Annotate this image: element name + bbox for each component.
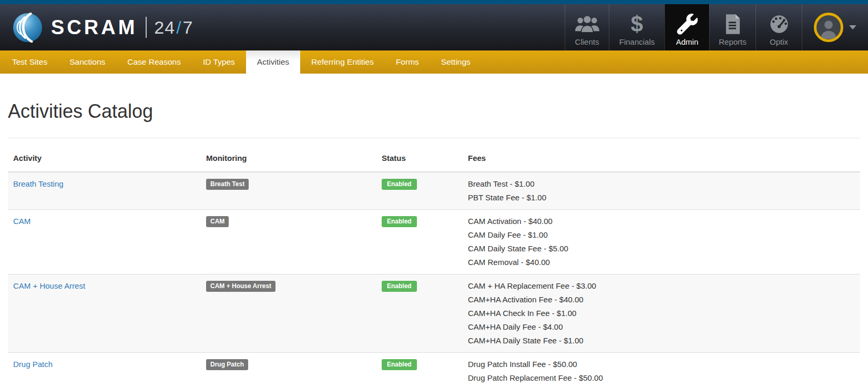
fees-cell: Drug Patch Install Fee - $50.00Drug Patc…	[463, 353, 860, 387]
table-row-cam: CAM CAM Enabled CAM Activation - $40.00C…	[8, 210, 860, 274]
fee-line: CAM Activation - $40.00	[468, 215, 855, 228]
avatar	[814, 13, 843, 42]
status-badge: Enabled	[382, 216, 417, 227]
activity-link[interactable]: CAM + House Arrest	[13, 281, 85, 290]
monitoring-badge: CAM + House Arrest	[206, 281, 275, 292]
nav-item-financials[interactable]: $ Financials	[609, 4, 665, 50]
page-title: Activities Catalog	[8, 101, 860, 138]
fee-line: Breath Test - $1.00	[468, 177, 855, 191]
brand-slash: /	[175, 17, 182, 37]
tab-forms[interactable]: Forms	[385, 50, 430, 74]
column-header-fees: Fees	[463, 146, 860, 172]
logo-divider	[146, 17, 147, 38]
nav-item-label: Financials	[619, 37, 655, 46]
monitoring-badge: Drug Patch	[206, 359, 248, 370]
main-content: Activities Catalog ActivityMonitoringSta…	[0, 101, 868, 387]
table-row-breath-testing: Breath Testing Breath Test Enabled Breat…	[8, 172, 860, 210]
fee-line: PBT State Fee - $1.00	[468, 191, 855, 205]
monitoring-badge: CAM	[206, 216, 229, 227]
user-menu[interactable]	[802, 4, 868, 50]
brand-247: 24/7	[154, 18, 193, 36]
monitoring-badge: Breath Test	[206, 179, 249, 190]
nav-item-label: Clients	[575, 37, 599, 46]
fee-line: CAM Removal - $40.00	[468, 256, 855, 269]
activities-table-body: Breath Testing Breath Test Enabled Breat…	[8, 172, 860, 387]
fees-cell: CAM Activation - $40.00CAM Daily Fee - $…	[463, 210, 860, 274]
fee-line: CAM+HA Daily State Fee - $1.00	[468, 334, 855, 348]
fees-cell: Breath Test - $1.00PBT State Fee - $1.00	[463, 172, 860, 210]
fee-line: CAM + HA Replacement Fee - $3.00	[468, 279, 855, 293]
top-accent-strip	[0, 0, 868, 4]
nav-icon	[575, 13, 599, 36]
main-nav: Clients $ Financials Admin Reports Optix	[565, 4, 802, 50]
fee-line: CAM Daily State Fee - $5.00	[468, 242, 855, 256]
nav-icon: $	[631, 13, 643, 36]
nav-item-admin[interactable]: Admin	[665, 4, 709, 50]
fee-line: Drug Patch Install Fee - $50.00	[468, 358, 855, 371]
admin-icon	[677, 14, 698, 35]
tab-sanctions[interactable]: Sanctions	[58, 50, 116, 74]
brand-logo[interactable]: SCRAM 24/7	[0, 4, 193, 50]
app-root: SCRAM 24/7 Clients $ Financials Admin Re…	[0, 0, 868, 387]
table-row-cam-house-arrest: CAM + House Arrest CAM + House Arrest En…	[8, 274, 860, 353]
fees-cell: CAM + HA Replacement Fee - $3.00CAM+HA A…	[463, 274, 860, 353]
tab-id-types[interactable]: ID Types	[192, 50, 246, 74]
reports-icon	[725, 14, 741, 34]
optix-icon	[769, 15, 789, 34]
activity-link[interactable]: Breath Testing	[13, 179, 64, 188]
scram-globe-icon	[13, 13, 43, 43]
activities-table: ActivityMonitoringStatusFees Breath Test…	[8, 146, 860, 387]
column-header-activity: Activity	[8, 146, 201, 172]
table-header-row: ActivityMonitoringStatusFees	[8, 146, 860, 172]
tab-referring-entities[interactable]: Referring Entities	[300, 50, 385, 74]
clients-icon	[575, 15, 599, 34]
top-header: SCRAM 24/7 Clients $ Financials Admin Re…	[0, 4, 868, 50]
nav-item-label: Optix	[770, 37, 788, 46]
nav-item-reports[interactable]: Reports	[709, 4, 755, 50]
financials-icon: $	[631, 13, 643, 35]
fee-line: Drug Patch Replacement Fee - $50.00	[468, 371, 855, 385]
chevron-down-icon	[849, 25, 856, 29]
admin-tabbar: Test SitesSanctionsCase ReasonsID TypesA…	[0, 50, 868, 74]
activity-link[interactable]: CAM	[13, 217, 30, 226]
nav-item-clients[interactable]: Clients	[565, 4, 609, 50]
nav-item-label: Admin	[676, 37, 699, 46]
column-header-status: Status	[376, 146, 463, 172]
nav-item-label: Reports	[719, 37, 747, 46]
table-row-drug-patch: Drug Patch Drug Patch Enabled Drug Patch…	[8, 353, 860, 387]
tab-activities[interactable]: Activities	[246, 50, 300, 74]
nav-item-optix[interactable]: Optix	[755, 4, 802, 50]
fee-line: CAM Daily Fee - $1.00	[468, 228, 855, 242]
fee-line: CAM+HA Activation Fee - $40.00	[468, 293, 855, 307]
tab-test-sites[interactable]: Test Sites	[1, 50, 58, 74]
status-badge: Enabled	[382, 281, 417, 292]
nav-icon	[677, 13, 698, 36]
column-header-monitoring: Monitoring	[201, 146, 376, 172]
fee-line: CAM+HA Daily Fee - $4.00	[468, 320, 855, 334]
status-badge: Enabled	[382, 179, 417, 190]
nav-icon	[769, 13, 789, 36]
tab-case-reasons[interactable]: Case Reasons	[116, 50, 192, 74]
status-badge: Enabled	[382, 359, 417, 370]
brand-name: SCRAM	[51, 17, 137, 37]
nav-icon	[725, 13, 741, 36]
tab-settings[interactable]: Settings	[430, 50, 482, 74]
user-icon	[818, 17, 840, 39]
activity-link[interactable]: Drug Patch	[13, 360, 53, 369]
fee-line: CAM+HA Check In Fee - $1.00	[468, 307, 855, 320]
